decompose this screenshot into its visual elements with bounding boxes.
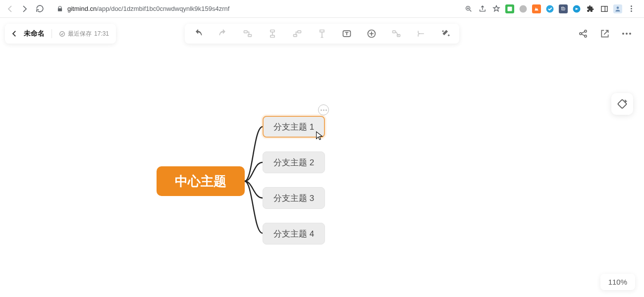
panel-icon[interactable] xyxy=(599,4,609,14)
browser-reload-button[interactable] xyxy=(35,4,45,14)
profile-avatar-icon[interactable] xyxy=(613,4,622,13)
extensions-puzzle-icon[interactable] xyxy=(586,4,595,14)
bookmark-star-icon[interactable] xyxy=(491,4,501,14)
extension-icon[interactable] xyxy=(532,4,541,13)
app-canvas-area: 未命名 最近保存 17:31 xyxy=(0,18,644,297)
zoom-indicator[interactable]: 110% xyxy=(600,274,635,290)
branch-node-1[interactable]: 分支主题 1 xyxy=(263,116,325,138)
url-domain: gitmind.cn xyxy=(67,5,97,12)
svg-point-6 xyxy=(617,6,619,9)
extension-icon[interactable] xyxy=(545,4,555,14)
share-page-icon[interactable] xyxy=(478,4,487,14)
zoom-page-icon[interactable] xyxy=(464,4,474,14)
browser-back-button[interactable] xyxy=(5,4,15,14)
mindmap-canvas[interactable]: 中心主题 分支主题 1 分支主题 2 分支主题 3 分支主题 4 xyxy=(0,18,644,297)
extension-icon[interactable] xyxy=(518,4,528,14)
browser-forward-button[interactable] xyxy=(20,4,30,14)
node-options-button[interactable] xyxy=(318,104,329,115)
svg-rect-1 xyxy=(508,6,512,11)
extension-icon[interactable]: tb xyxy=(559,4,568,13)
branch-node-2[interactable]: 分支主题 2 xyxy=(263,151,325,173)
browser-menu-button[interactable] xyxy=(626,4,636,14)
svg-point-2 xyxy=(520,5,527,12)
url-path: /app/doc/1dzmbif1bc0cnwdwqynlk9k159s4zrn… xyxy=(97,5,229,12)
extension-icon[interactable] xyxy=(572,4,582,14)
central-topic-node[interactable]: 中心主题 xyxy=(157,166,245,196)
branch-node-4[interactable]: 分支主题 4 xyxy=(263,223,325,245)
svg-rect-5 xyxy=(601,6,607,11)
svg-point-3 xyxy=(546,5,554,12)
extension-icon[interactable] xyxy=(505,4,514,13)
browser-address-bar[interactable]: gitmind.cn/app/doc/1dzmbif1bc0cnwdwqynlk… xyxy=(50,2,459,16)
lock-icon xyxy=(56,5,63,12)
browser-extensions: tb xyxy=(464,4,639,14)
browser-bar: gitmind.cn/app/doc/1dzmbif1bc0cnwdwqynlk… xyxy=(0,0,644,18)
branch-node-3[interactable]: 分支主题 3 xyxy=(263,187,325,209)
